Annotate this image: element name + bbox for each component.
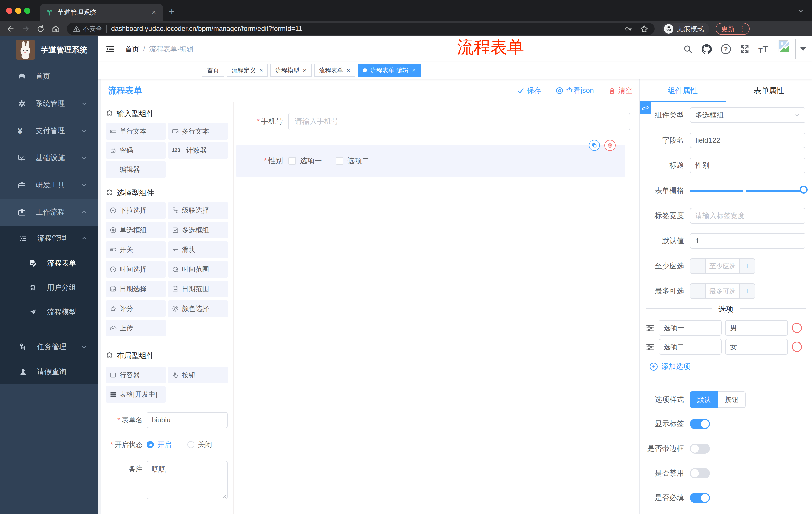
palette-item-table[interactable]: 表格[开发中] <box>106 386 166 403</box>
tag-process-definition[interactable]: 流程定义 × <box>227 64 268 77</box>
drag-handle-icon[interactable] <box>646 342 655 351</box>
option-value-input[interactable]: 男 <box>725 320 788 336</box>
reload-icon[interactable] <box>36 24 45 33</box>
tag-process-form[interactable]: 流程表单 × <box>314 64 355 77</box>
tag-close-icon[interactable]: × <box>259 67 263 74</box>
avatar-caret-icon[interactable] <box>801 47 806 51</box>
sidebar-item-payment[interactable]: ¥ 支付管理 <box>0 117 98 144</box>
stepper-plus-button[interactable]: + <box>739 284 755 298</box>
disabled-switch[interactable] <box>690 468 710 478</box>
tag-process-form-edit[interactable]: 流程表单-编辑 × <box>358 64 420 77</box>
hamburger-icon[interactable] <box>105 44 115 54</box>
palette-item-row-container[interactable]: 行容器 <box>106 367 166 383</box>
view-json-button[interactable]: 查看json <box>555 85 594 96</box>
component-type-select[interactable]: 多选框组 <box>690 107 806 123</box>
option-label-input[interactable]: 选项二 <box>659 339 722 355</box>
palette-item-textarea[interactable]: 多行文本 <box>168 123 228 140</box>
tab-search-chevron-icon[interactable] <box>796 6 805 15</box>
palette-item-checkbox-group[interactable]: 多选框组 <box>168 222 228 238</box>
palette-item-switch[interactable]: 开关 <box>106 241 166 258</box>
traffic-close-icon[interactable] <box>6 7 12 14</box>
browser-tab[interactable]: 芋道管理系统 × <box>40 3 163 21</box>
sidebar-item-task-mgmt[interactable]: 任务管理 <box>0 334 98 359</box>
browser-menu-icon[interactable]: ⋮ <box>738 25 746 33</box>
palette-item-select[interactable]: 下拉选择 <box>106 202 166 219</box>
link-corner-button[interactable] <box>640 102 651 114</box>
security-label[interactable]: 不安全 <box>83 24 103 33</box>
form-remark-textarea[interactable]: 嘿嘿 <box>147 461 228 499</box>
browser-update-button[interactable]: 更新 ⋮ <box>716 23 750 35</box>
security-warning-icon[interactable] <box>73 25 80 33</box>
status-on-label[interactable]: 开启 <box>157 440 171 450</box>
new-tab-button[interactable]: + <box>169 5 175 17</box>
drag-handle-icon[interactable] <box>646 323 655 332</box>
back-icon[interactable] <box>6 24 15 33</box>
stepper-minus-button[interactable]: − <box>690 259 706 273</box>
palette-item-single-text[interactable]: 单行文本 <box>106 123 166 140</box>
sidebar-item-leave-query[interactable]: 请假查询 <box>0 359 98 384</box>
form-grid-slider[interactable] <box>690 183 806 198</box>
status-off-label[interactable]: 关闭 <box>198 440 212 450</box>
tag-close-icon[interactable]: × <box>303 67 307 74</box>
tab-form-props[interactable]: 表单属性 <box>726 79 812 102</box>
url-text[interactable]: dashboard.yudao.iocoder.cn/bpm/manager/f… <box>111 25 302 33</box>
bookmark-star-icon[interactable] <box>640 24 649 33</box>
clear-button[interactable]: 清空 <box>608 85 633 96</box>
max-select-stepper[interactable]: − 最多可选 + <box>690 283 755 299</box>
sidebar-item-process-mgmt[interactable]: 流程管理 <box>0 226 98 251</box>
remove-option-button[interactable]: − <box>792 342 802 352</box>
default-value-input[interactable]: 1 <box>690 233 806 249</box>
delete-component-button[interactable] <box>605 140 615 151</box>
min-select-stepper[interactable]: − 至少应选 + <box>690 258 755 274</box>
form-canvas[interactable]: *手机号 请输入手机号 *性别 <box>234 102 639 514</box>
border-switch[interactable] <box>690 443 710 454</box>
sidebar-item-system[interactable]: 系统管理 <box>0 90 98 117</box>
field-name-input[interactable]: field122 <box>690 133 806 148</box>
option-value-input[interactable]: 女 <box>725 339 788 355</box>
palette-item-time-picker[interactable]: 时间选择 <box>106 261 166 278</box>
help-icon[interactable]: ? <box>721 44 731 54</box>
checkbox-unchecked-icon[interactable] <box>336 157 343 165</box>
text-size-icon[interactable]: TT <box>758 44 768 55</box>
slider-handle[interactable] <box>800 186 808 194</box>
sidebar-item-process-model[interactable]: 流程模型 <box>0 300 98 324</box>
sidebar-item-workflow[interactable]: 工作流程 <box>0 199 98 226</box>
forward-icon[interactable] <box>21 24 30 33</box>
required-switch[interactable] <box>690 493 710 503</box>
home-icon[interactable] <box>51 24 60 33</box>
update-label[interactable]: 更新 <box>721 24 735 33</box>
palette-item-counter[interactable]: 123 计数器 <box>168 142 228 159</box>
traffic-zoom-icon[interactable] <box>24 7 30 14</box>
add-option-button[interactable]: + 添加选项 <box>650 361 812 372</box>
gender-option-2[interactable]: 选项二 <box>336 156 369 166</box>
palette-item-slider[interactable]: 滑块 <box>168 241 228 258</box>
palette-item-color-picker[interactable]: 颜色选择 <box>168 300 228 317</box>
phone-input[interactable]: 请输入手机号 <box>288 113 630 130</box>
option-label-input[interactable]: 选项一 <box>659 320 722 336</box>
breadcrumb-home[interactable]: 首页 <box>125 44 139 54</box>
copy-component-button[interactable] <box>589 140 600 151</box>
stepper-plus-button[interactable]: + <box>739 259 755 273</box>
tag-close-icon[interactable]: × <box>347 67 350 74</box>
gender-option-1[interactable]: 选项一 <box>288 156 322 166</box>
tag-home[interactable]: 首页 <box>202 64 224 77</box>
label-width-input[interactable]: 请输入标签宽度 <box>690 208 806 223</box>
tag-process-model[interactable]: 流程模型 × <box>270 64 312 77</box>
sidebar-item-process-form[interactable]: 流程表单 <box>0 251 98 275</box>
sidebar-item-home[interactable]: 首页 <box>0 63 98 90</box>
stepper-minus-button[interactable]: − <box>690 284 706 298</box>
sidebar-logo[interactable]: 芋道管理系统 <box>0 36 98 63</box>
style-button-button[interactable]: 按钮 <box>718 391 746 408</box>
tab-close-icon[interactable]: × <box>150 8 157 16</box>
tag-close-icon[interactable]: × <box>412 67 415 74</box>
palette-item-date-picker[interactable]: 日期选择 <box>106 281 166 297</box>
search-icon[interactable] <box>683 44 693 54</box>
title-input[interactable]: 性别 <box>690 158 806 173</box>
palette-item-date-range[interactable]: 日期范围 <box>168 281 228 297</box>
password-key-icon[interactable] <box>624 25 633 33</box>
traffic-minimize-icon[interactable] <box>15 7 21 14</box>
address-bar[interactable]: 不安全 dashboard.yudao.iocoder.cn/bpm/manag… <box>67 23 655 35</box>
sidebar-item-user-group[interactable]: 用户分组 <box>0 275 98 300</box>
canvas-field-gender-selected[interactable]: *性别 选项一 选项二 <box>236 145 625 177</box>
avatar[interactable] <box>777 39 796 59</box>
